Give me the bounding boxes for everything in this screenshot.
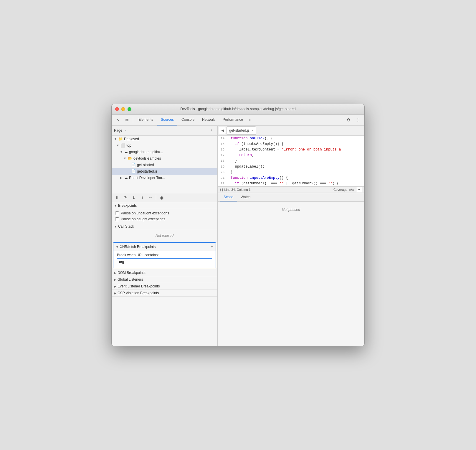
xhr-section-header[interactable]: ▼ XHR/fetch Breakpoints +: [113, 243, 216, 251]
debug-toolbar-separator: [156, 195, 156, 200]
tree-arrow: ▼: [116, 144, 119, 147]
breakpoints-section-header[interactable]: ▼ Breakpoints: [112, 202, 217, 209]
tree-item-get-started[interactable]: 📄 get-started: [112, 162, 217, 168]
tree-arrow: ▼: [120, 150, 123, 153]
tree-item-get-started-js[interactable]: 📄 get-started.js: [112, 168, 217, 175]
scope-not-paused: Not paused: [218, 202, 364, 218]
event-listener-section[interactable]: ▶ Event Listener Breakpoints: [112, 283, 217, 290]
step-into-icon[interactable]: ⬇: [130, 194, 137, 201]
maximize-button[interactable]: [128, 107, 131, 111]
xhr-add-button[interactable]: +: [211, 244, 213, 249]
titlebar: DevTools - googlechrome.github.io/devtoo…: [112, 104, 364, 115]
callstack-section-header[interactable]: ▼ Call Stack: [112, 223, 217, 230]
folder-icon: 📁: [118, 137, 123, 141]
tab-console[interactable]: Console: [178, 114, 198, 125]
cursor-icon[interactable]: ↖: [114, 116, 122, 124]
tree-label: top: [126, 143, 131, 148]
status-bar: { } Line 34, Column 1 Coverage: n/a ▼: [218, 186, 364, 193]
tree-item-top[interactable]: ▼ ⬜ top: [112, 142, 217, 149]
csp-arrow: ▶: [114, 292, 116, 295]
devtools-window: DevTools - googlechrome.github.io/devtoo…: [111, 104, 365, 347]
window-title: DevTools - googlechrome.github.io/devtoo…: [180, 107, 296, 111]
deactivate-breakpoints-icon[interactable]: ◉: [158, 194, 165, 201]
file-tab-get-started-js[interactable]: get-started.js ×: [227, 126, 256, 135]
callstack-label: Call Stack: [118, 224, 134, 229]
code-editor[interactable]: 14 function onClick() { 15 if (inputsAre…: [218, 136, 364, 187]
breakpoints-content: Pause on uncaught exceptions Pause on ca…: [112, 209, 217, 223]
folder-open-icon: 📂: [128, 156, 132, 161]
bottom-panels: ⏸ ↷ ⬇ ⬆ ⤳ ◉ ▼ Breakpoints Pause on un: [112, 193, 364, 346]
csp-section[interactable]: ▶ CSP Violation Breakpoints: [112, 290, 217, 297]
step-continue-icon[interactable]: ⤳: [147, 194, 153, 201]
step-over-icon[interactable]: ↷: [122, 194, 129, 201]
settings-icon[interactable]: ⚙: [344, 116, 353, 124]
tab-network[interactable]: Network: [199, 114, 219, 125]
pause-uncaught-label: Pause on uncaught exceptions: [121, 211, 169, 215]
tab-scope[interactable]: Scope: [220, 193, 237, 201]
code-line-20: 20 }: [218, 170, 364, 175]
tree-arrow: ▼: [123, 157, 126, 160]
minimize-button[interactable]: [121, 107, 125, 111]
tab-performance[interactable]: Performance: [219, 114, 247, 125]
pause-uncaught-checkbox[interactable]: [115, 211, 119, 215]
dom-breakpoints-section[interactable]: ▶ DOM Breakpoints: [112, 269, 217, 276]
page-label: Page: [114, 128, 122, 133]
xhr-arrow: ▼: [116, 245, 119, 249]
toolbar-separator: [133, 117, 133, 123]
main-toolbar: ↖ ⧉ Elements Sources Console Network Per…: [112, 115, 364, 126]
file-tab-close-icon[interactable]: ×: [251, 129, 253, 132]
file-icon: 📄: [131, 163, 136, 167]
back-panel-button[interactable]: ◀: [219, 127, 226, 134]
kebab-menu-icon[interactable]: ⋮: [354, 116, 362, 124]
code-line-22: 22 if (getNumber1() === '' || getNumber2…: [218, 181, 364, 186]
file-tabs: ◀ get-started.js ×: [218, 126, 364, 136]
tree-label: googlechrome.githu...: [129, 150, 163, 154]
cloud-icon: ☁: [124, 150, 128, 154]
code-line-19: 19 updateLabel();: [218, 164, 364, 170]
file-tree: ▼ 📁 Deployed ▼ ⬜ top ▼ ☁ googlechrome.gi…: [112, 136, 217, 193]
dom-arrow: ▶: [114, 271, 116, 274]
tree-item-googlechrome[interactable]: ▼ ☁ googlechrome.githu...: [112, 149, 217, 155]
tree-item-deployed[interactable]: ▼ 📁 Deployed: [112, 136, 217, 142]
layers-icon[interactable]: ⧉: [123, 116, 131, 124]
xhr-label: XHR/fetch Breakpoints: [120, 245, 156, 249]
traffic-lights: [115, 107, 131, 111]
xhr-breakpoints-section: ▼ XHR/fetch Breakpoints + Break when URL…: [113, 242, 216, 268]
code-line-14: 14 function onClick() {: [218, 136, 364, 141]
coverage-button[interactable]: ▼: [356, 187, 362, 192]
code-line-16: 16 label.textContent = 'Error: one or bo…: [218, 147, 364, 153]
panel-menu-icon[interactable]: ⋮: [209, 128, 215, 133]
page-more-button[interactable]: »: [123, 128, 128, 133]
event-arrow: ▶: [114, 285, 116, 288]
event-listener-label: Event Listener Breakpoints: [118, 284, 160, 288]
tab-sources[interactable]: Sources: [157, 114, 177, 125]
callstack-arrow: ▼: [114, 225, 117, 228]
tree-label: React Developer Too...: [129, 176, 165, 180]
left-panel-header: Page » ⋮: [112, 126, 217, 136]
pause-caught-checkbox[interactable]: [115, 217, 119, 221]
step-out-icon[interactable]: ⬆: [139, 194, 145, 201]
breakpoints-label: Breakpoints: [118, 204, 137, 208]
tree-label: get-started.js: [137, 169, 157, 173]
tree-arrow: ▼: [114, 137, 117, 140]
tree-item-devtools-samples[interactable]: ▼ 📂 devtools-samples: [112, 155, 217, 162]
pause-button[interactable]: ⏸: [114, 194, 120, 201]
debug-panel: ⏸ ↷ ⬇ ⬆ ⤳ ◉ ▼ Breakpoints Pause on un: [112, 193, 218, 346]
xhr-content: Break when URL contains:: [113, 251, 216, 268]
tree-item-react[interactable]: ▶ ☁ React Developer Too...: [112, 175, 217, 181]
tree-label: devtools-samples: [133, 156, 161, 161]
close-button[interactable]: [115, 107, 119, 111]
tab-elements[interactable]: Elements: [135, 114, 157, 125]
code-line-17: 17 return;: [218, 153, 364, 158]
toolbar-right: ⚙ ⋮: [344, 116, 362, 124]
dom-breakpoints-label: DOM Breakpoints: [118, 271, 146, 275]
more-tabs-button[interactable]: »: [247, 114, 253, 125]
tab-watch[interactable]: Watch: [237, 193, 254, 201]
global-listeners-section[interactable]: ▶ Global Listeners: [112, 276, 217, 283]
top-panels: Page » ⋮ ▼ 📁 Deployed ▼ ⬜ top: [112, 126, 364, 193]
code-line-18: 18 }: [218, 158, 364, 164]
cloud-icon-2: ☁: [124, 176, 128, 180]
xhr-url-input[interactable]: [117, 258, 212, 265]
status-bar-right: Coverage: n/a ▼: [333, 187, 362, 192]
tree-arrow: ▶: [120, 176, 123, 179]
